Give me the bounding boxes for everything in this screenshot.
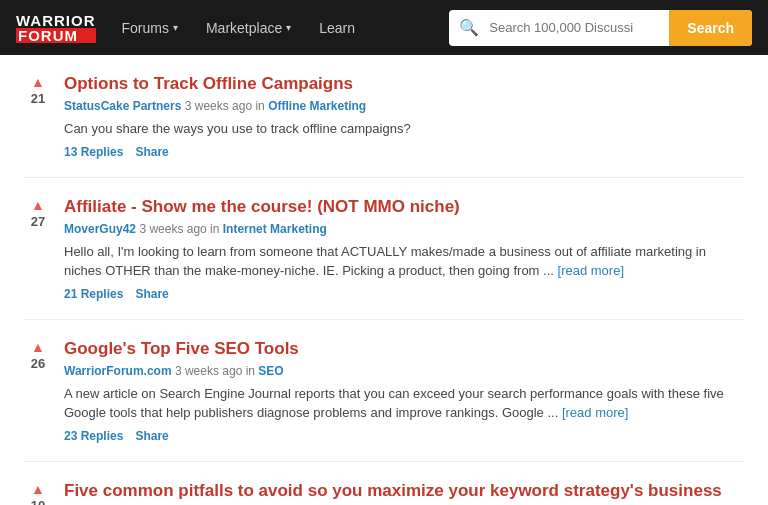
thread-actions: 21 Replies Share (64, 287, 744, 301)
upvote-icon[interactable]: ▲ (31, 75, 45, 89)
vote-column: ▲ 21 (24, 73, 52, 106)
vote-count: 27 (31, 214, 45, 229)
share-link[interactable]: Share (135, 145, 168, 159)
search-button[interactable]: Search (669, 10, 752, 46)
logo[interactable]: WARRIOR FORUM (16, 13, 96, 43)
chevron-down-icon: ▾ (286, 22, 291, 33)
thread-preview: Hello all, I'm looking to learn from som… (64, 242, 744, 281)
vote-column: ▲ 10 (24, 480, 52, 505)
nav-forums[interactable]: Forums ▾ (112, 0, 188, 55)
table-row: ▲ 27 Affiliate - Show me the course! (NO… (24, 178, 744, 320)
vote-count: 10 (31, 498, 45, 505)
thread-category[interactable]: Internet Marketing (223, 222, 327, 236)
thread-title[interactable]: Affiliate - Show me the course! (NOT MMO… (64, 196, 744, 218)
read-more-link[interactable]: [read more] (558, 263, 624, 278)
header: WARRIOR FORUM Forums ▾ Marketplace ▾ Lea… (0, 0, 768, 55)
search-container: 🔍 Search (449, 10, 752, 46)
replies-link[interactable]: 23 Replies (64, 429, 123, 443)
chevron-down-icon: ▾ (173, 22, 178, 33)
thread-author[interactable]: MoverGuy42 (64, 222, 136, 236)
thread-title[interactable]: Google's Top Five SEO Tools (64, 338, 744, 360)
vote-column: ▲ 26 (24, 338, 52, 371)
search-input[interactable] (489, 20, 669, 35)
logo-forum: FORUM (16, 28, 96, 43)
search-icon: 🔍 (449, 18, 489, 37)
replies-link[interactable]: 21 Replies (64, 287, 123, 301)
upvote-icon[interactable]: ▲ (31, 482, 45, 496)
thread-list: ▲ 21 Options to Track Offline Campaigns … (0, 55, 768, 505)
thread-body: Affiliate - Show me the course! (NOT MMO… (64, 196, 744, 301)
vote-count: 21 (31, 91, 45, 106)
thread-author[interactable]: StatusCake Partners (64, 99, 181, 113)
thread-meta: StatusCake Partners 3 weeks ago in Offli… (64, 99, 744, 113)
nav-learn[interactable]: Learn (309, 0, 365, 55)
thread-body: Five common pitfalls to avoid so you max… (64, 480, 744, 505)
thread-actions: 23 Replies Share (64, 429, 744, 443)
upvote-icon[interactable]: ▲ (31, 198, 45, 212)
table-row: ▲ 21 Options to Track Offline Campaigns … (24, 55, 744, 178)
share-link[interactable]: Share (135, 287, 168, 301)
replies-link[interactable]: 13 Replies (64, 145, 123, 159)
thread-category[interactable]: Offline Marketing (268, 99, 366, 113)
thread-title[interactable]: Five common pitfalls to avoid so you max… (64, 480, 744, 505)
table-row: ▲ 10 Five common pitfalls to avoid so yo… (24, 462, 744, 505)
thread-meta: MoverGuy42 3 weeks ago in Internet Marke… (64, 222, 744, 236)
thread-body: Google's Top Five SEO Tools WarriorForum… (64, 338, 744, 443)
vote-column: ▲ 27 (24, 196, 52, 229)
thread-category[interactable]: SEO (258, 364, 283, 378)
thread-preview: Can you share the ways you use to track … (64, 119, 744, 139)
nav-marketplace[interactable]: Marketplace ▾ (196, 0, 301, 55)
thread-meta: WarriorForum.com 3 weeks ago in SEO (64, 364, 744, 378)
thread-actions: 13 Replies Share (64, 145, 744, 159)
logo-warrior: WARRIOR (16, 13, 96, 28)
upvote-icon[interactable]: ▲ (31, 340, 45, 354)
vote-count: 26 (31, 356, 45, 371)
thread-preview: A new article on Search Engine Journal r… (64, 384, 744, 423)
table-row: ▲ 26 Google's Top Five SEO Tools Warrior… (24, 320, 744, 462)
thread-title[interactable]: Options to Track Offline Campaigns (64, 73, 744, 95)
read-more-link[interactable]: [read more] (562, 405, 628, 420)
thread-author[interactable]: WarriorForum.com (64, 364, 172, 378)
thread-body: Options to Track Offline Campaigns Statu… (64, 73, 744, 159)
share-link[interactable]: Share (135, 429, 168, 443)
